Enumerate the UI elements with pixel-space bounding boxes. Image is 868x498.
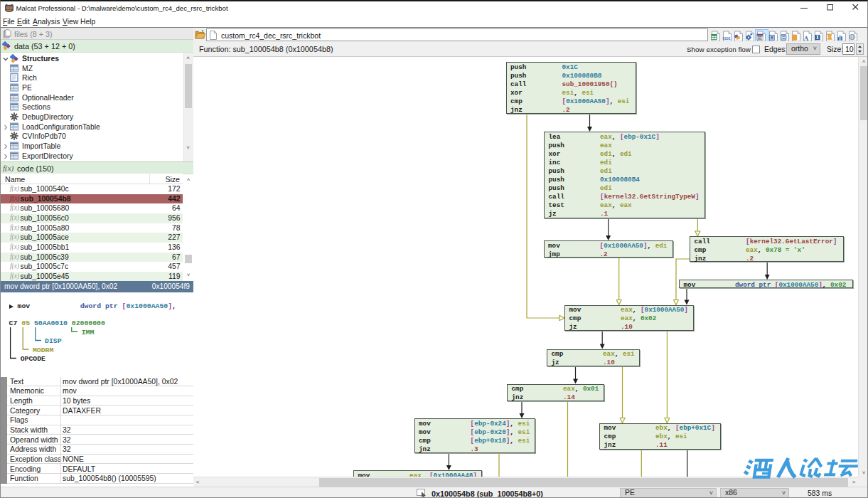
svg-text:MODRM: MODRM: [33, 346, 54, 354]
svg-text:OPCODE: OPCODE: [21, 355, 45, 363]
svg-text:0101: 0101: [722, 36, 730, 41]
svg-text:IMM: IMM: [82, 329, 95, 337]
svg-text:DISP: DISP: [45, 337, 62, 345]
